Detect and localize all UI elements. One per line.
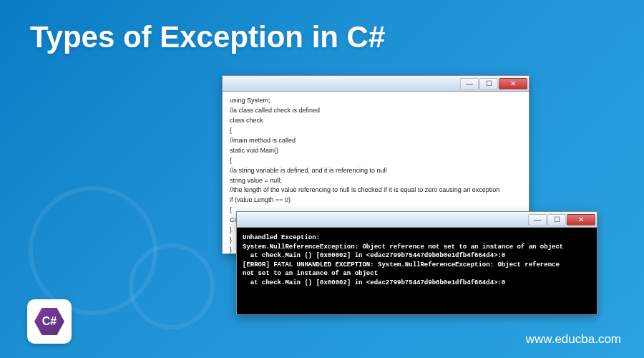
csharp-hex-icon: C# xyxy=(34,306,64,337)
titlebar: — ☐ ✕ xyxy=(223,76,529,92)
console-output: Unhandled Exception: System.NullReferenc… xyxy=(237,228,597,314)
close-button[interactable]: ✕ xyxy=(567,214,595,226)
logo-text: C# xyxy=(42,315,57,328)
page-title: Types of Exception in C# xyxy=(30,20,385,54)
site-url: www.educba.com xyxy=(526,332,621,347)
titlebar: — ☐ ✕ xyxy=(237,212,597,228)
bg-gear-decor xyxy=(129,243,215,329)
minimize-button[interactable]: — xyxy=(460,78,479,90)
console-window: — ☐ ✕ Unhandled Exception: System.NullRe… xyxy=(236,211,597,315)
maximize-button[interactable]: ☐ xyxy=(547,214,566,226)
minimize-button[interactable]: — xyxy=(528,214,547,226)
close-button[interactable]: ✕ xyxy=(499,78,527,90)
maximize-button[interactable]: ☐ xyxy=(479,78,498,90)
csharp-logo: C# xyxy=(27,299,72,344)
